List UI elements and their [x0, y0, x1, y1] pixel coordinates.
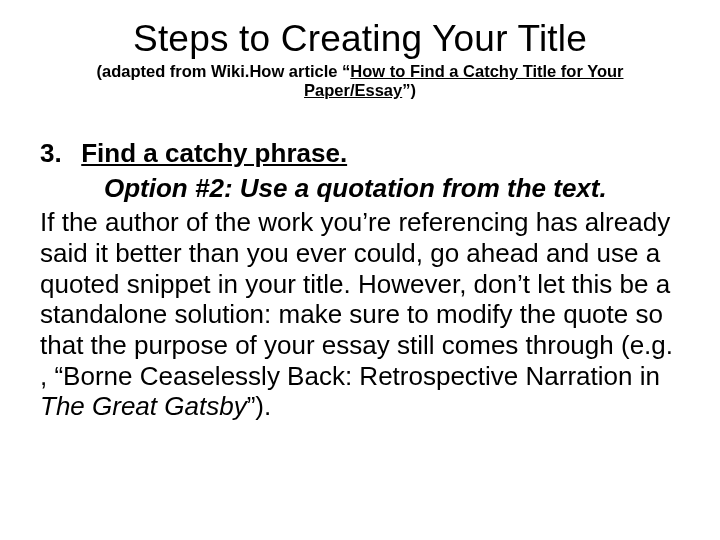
subtitle: (adapted from Wiki.How article “How to F… [40, 62, 680, 100]
page-title: Steps to Creating Your Title [40, 18, 680, 60]
source-link[interactable]: How to Find a Catchy Title for Your Pape… [304, 62, 623, 99]
step-heading-line: 3. Find a catchy phrase. [40, 138, 680, 169]
option-label: Option #2: Use a quotation from the text… [40, 173, 680, 204]
slide: Steps to Creating Your Title (adapted fr… [0, 0, 720, 540]
para-part-2: ”). [247, 391, 272, 421]
subtitle-prefix: (adapted from Wiki.How article “ [97, 62, 351, 80]
body-text: 3. Find a catchy phrase. Option #2: Use … [40, 138, 680, 422]
step-number: 3. [40, 138, 74, 169]
book-title: The Great Gatsby [40, 391, 247, 421]
para-part-1: If the author of the work you’re referen… [40, 207, 673, 390]
step-paragraph: If the author of the work you’re referen… [40, 207, 680, 422]
step-heading: Find a catchy phrase. [81, 138, 347, 168]
subtitle-suffix: ”) [402, 81, 416, 99]
